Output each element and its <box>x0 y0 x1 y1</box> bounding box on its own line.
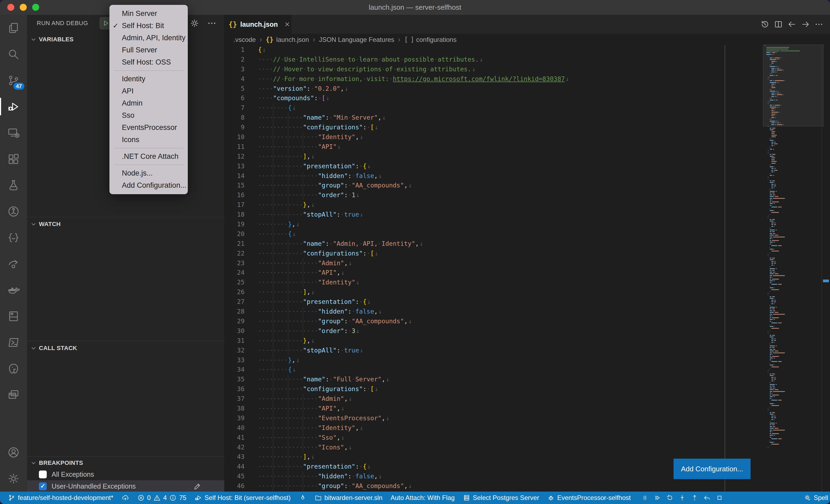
code-line[interactable]: 40················"Identity",↓ <box>224 423 830 433</box>
activity-source-control[interactable]: 47 <box>0 67 27 94</box>
status-debug-launch[interactable]: Self Host: Bit (server-selfhost) <box>190 492 295 504</box>
code-line[interactable]: 36············"configurations":·[↓ <box>224 384 830 394</box>
code-line[interactable]: 4····//·For·more·information,·visit:·htt… <box>224 74 830 84</box>
code-line[interactable]: 35············"name":·"Full·Server",↓ <box>224 375 830 384</box>
menu-item[interactable]: ✓Self Host: Bit <box>109 20 188 32</box>
debug-gear-button[interactable] <box>190 19 199 28</box>
code-line[interactable]: 9············"configurations":·[↓ <box>224 123 830 132</box>
code-line[interactable]: 10················"Identity",↓ <box>224 132 830 142</box>
code-line[interactable]: 1{↓ <box>224 45 830 55</box>
edit-breakpoint-button[interactable] <box>193 482 201 490</box>
code-line[interactable]: 13············"presentation":·{↓ <box>224 162 830 171</box>
activity-remote-explorer[interactable] <box>0 120 27 146</box>
scrollbar[interactable] <box>822 45 830 492</box>
code-line[interactable]: 29················"group":·"AA_compounds… <box>224 316 830 326</box>
status-spell-checker[interactable]: Spell <box>800 492 830 504</box>
breadcrumb-item[interactable]: {}launch.json <box>265 36 309 43</box>
menu-item[interactable]: API <box>109 85 188 97</box>
breakpoint-user-unhandled-exceptions[interactable]: ✓ User-Unhandled Exceptions <box>27 480 224 492</box>
breakpoint-all-exceptions[interactable]: All Exceptions <box>27 468 224 480</box>
activity-explorer[interactable] <box>0 15 27 41</box>
menu-item[interactable]: Full Server <box>109 44 188 56</box>
sidebar-more-actions-button[interactable] <box>207 19 217 28</box>
menu-item[interactable]: Min Server <box>109 7 188 20</box>
menu-item[interactable]: Identity <box>109 73 188 85</box>
code-line[interactable]: 17············},↓ <box>224 200 830 210</box>
menu-item[interactable]: Icons <box>109 134 188 146</box>
status-postgres-server[interactable]: Select Postgres Server <box>459 492 543 504</box>
code-line[interactable]: 32············"stopAll":·true↓ <box>224 346 830 356</box>
activity-gitlens[interactable] <box>0 198 27 225</box>
code-line[interactable]: 20········{↓ <box>224 229 830 239</box>
code-line[interactable]: 6····"compounds":·[↓ <box>224 94 830 103</box>
activity-brackets-extension[interactable] <box>0 225 27 250</box>
ellipsis-icon[interactable] <box>812 20 826 29</box>
code-line[interactable]: 24················"API",↓ <box>224 268 830 278</box>
menu-item[interactable]: Node.js... <box>109 167 188 179</box>
menu-item[interactable]: EventsProcessor <box>109 122 188 134</box>
menu-item[interactable]: Sso <box>109 109 188 122</box>
section-call-stack[interactable]: CALL STACK <box>27 342 224 355</box>
activity-window-layouts[interactable] <box>0 382 27 408</box>
code-line[interactable]: 16················"order":·1↓ <box>224 191 830 200</box>
code-line[interactable]: 7········{↓ <box>224 103 830 113</box>
menu-item[interactable]: Self Host: OSS <box>109 56 188 68</box>
code-line[interactable]: 27············"presentation":·{↓ <box>224 297 830 307</box>
activity-run-and-debug[interactable] <box>0 94 27 120</box>
menu-item[interactable]: Admin <box>109 97 188 109</box>
code-line[interactable]: 39················"EventsProcessor",↓ <box>224 413 830 423</box>
activity-extensions[interactable] <box>0 146 27 172</box>
checkbox-unchecked[interactable] <box>39 471 47 478</box>
checkbox-checked[interactable]: ✓ <box>39 482 47 490</box>
code-line[interactable]: 26············],↓ <box>224 288 830 297</box>
status-publish[interactable] <box>118 492 133 504</box>
activity-docker[interactable] <box>0 277 27 303</box>
arrow-left-icon[interactable] <box>785 20 799 29</box>
breadcrumb-item[interactable]: [ ]configurations <box>404 36 457 43</box>
split-icon[interactable] <box>772 20 785 29</box>
status-problems[interactable]: 0475 <box>133 492 190 504</box>
code-line[interactable]: 23················"Admin",↓ <box>224 259 830 268</box>
code-line[interactable]: 28················"hidden":·false,↓ <box>224 307 830 316</box>
activity-live-share[interactable] <box>0 250 27 277</box>
section-watch[interactable]: WATCH <box>27 218 224 230</box>
code-line[interactable]: 2····//·Use·IntelliSense·to·learn·about·… <box>224 55 830 65</box>
section-breakpoints[interactable]: BREAKPOINTS <box>27 458 224 468</box>
code-line[interactable]: 46················"group":·"AA_compounds… <box>224 481 830 491</box>
status-events-processor[interactable]: EventsProcessor-selfhost <box>543 492 635 504</box>
code-line[interactable]: 42················"Icons",↓ <box>224 443 830 452</box>
minimap[interactable] <box>765 45 822 492</box>
code-line[interactable]: 31············},↓ <box>224 336 830 346</box>
menu-item[interactable]: Add Configuration... <box>109 179 188 192</box>
code-line[interactable]: 22············"configurations":·[↓ <box>224 249 830 259</box>
code-line[interactable]: 34········{↓ <box>224 365 830 375</box>
add-configuration-button[interactable]: Add Configuration... <box>674 459 751 479</box>
code-line[interactable]: 33········},↓ <box>224 356 830 365</box>
close-tab-button[interactable] <box>284 21 291 28</box>
code-line[interactable]: 18············"stopAll":·true↓ <box>224 210 830 220</box>
code-line[interactable]: 30················"order":·3↓ <box>224 326 830 336</box>
activity-testing[interactable] <box>0 172 27 198</box>
code-line[interactable]: 11················"API"↓ <box>224 142 830 152</box>
code-line[interactable]: 25················"Identity"↓ <box>224 278 830 288</box>
history-icon[interactable] <box>758 20 772 29</box>
activity-search[interactable] <box>0 41 27 67</box>
code-line[interactable]: 14················"hidden":·false,↓ <box>224 171 830 181</box>
code-line[interactable]: 12············],↓ <box>224 152 830 162</box>
code-editor[interactable]: 1{↓2····//·Use·IntelliSense·to·learn·abo… <box>224 45 830 492</box>
menu-item[interactable]: Admin, API, Identity <box>109 32 188 44</box>
activity-postgresql[interactable] <box>0 356 27 382</box>
code-line[interactable]: 38················"API",↓ <box>224 404 830 413</box>
breadcrumb-item[interactable]: .vscode <box>233 36 256 43</box>
activity-sql-tools[interactable] <box>0 303 27 329</box>
code-line[interactable]: 5····"version":·"0.2.0",↓ <box>224 84 830 94</box>
status-debug-controls[interactable] <box>635 492 730 504</box>
activity-accounts[interactable] <box>0 439 27 465</box>
arrow-right-icon[interactable] <box>799 20 812 29</box>
status-git-branch[interactable]: feature/self-hosted-development* <box>4 492 118 504</box>
status-auto-attach[interactable]: Auto Attach: With Flag <box>386 492 458 504</box>
code-line[interactable]: 3····//·Hover·to·view·descriptions·of·ex… <box>224 65 830 74</box>
code-line[interactable]: 37················"Admin",↓ <box>224 394 830 404</box>
breadcrumb-item[interactable]: JSON Language Features <box>319 36 394 43</box>
code-line[interactable]: 8············"name":·"Min·Server",↓ <box>224 113 830 123</box>
